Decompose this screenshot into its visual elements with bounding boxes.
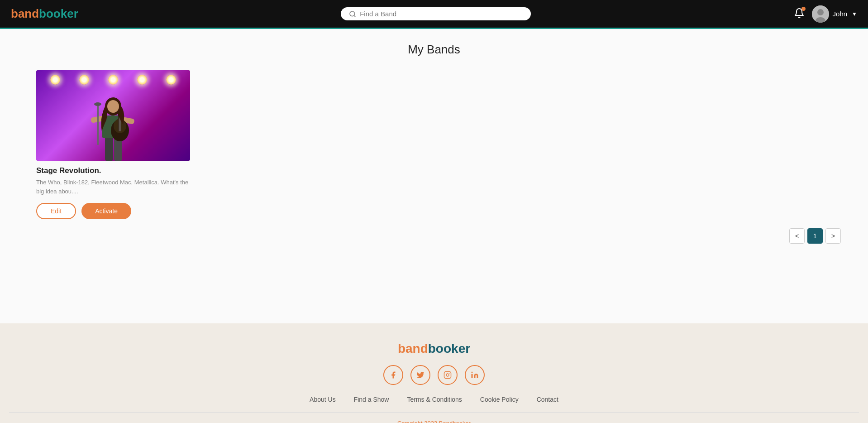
footer-links: About Us Find a Show Terms & Conditions … (9, 396, 859, 403)
svg-line-1 (354, 15, 355, 17)
svg-rect-22 (472, 374, 473, 378)
search-icon (349, 10, 356, 18)
avatar (812, 5, 829, 23)
band-image-bg (36, 70, 190, 161)
logo[interactable]: bandbooker (11, 7, 78, 21)
footer-link-about[interactable]: About Us (310, 396, 336, 403)
next-page-button[interactable]: > (825, 228, 841, 244)
nav-right: John ▼ (794, 5, 857, 23)
svg-rect-5 (105, 136, 113, 161)
page-1-button[interactable]: 1 (807, 228, 823, 244)
facebook-icon[interactable] (383, 365, 403, 385)
light-circle (166, 75, 176, 85)
edit-button[interactable]: Edit (36, 203, 76, 219)
copyright-text: Copyright 2023 (397, 420, 439, 423)
social-icons (9, 365, 859, 385)
performer-illustration (77, 82, 149, 161)
search-input[interactable] (360, 10, 523, 18)
band-card: Stage Revolution. The Who, Blink-182, Fl… (36, 70, 190, 219)
svg-rect-18 (97, 104, 99, 145)
svg-point-17 (107, 100, 119, 113)
footer-logo-booker: booker (428, 341, 470, 356)
activate-button[interactable]: Activate (81, 203, 131, 219)
prev-page-button[interactable]: < (789, 228, 805, 244)
footer: bandbooker About Us Find a Show Terms & … (0, 323, 868, 423)
navbar: bandbooker John ▼ (0, 0, 868, 29)
footer-link-find-show[interactable]: Find a Show (354, 396, 389, 403)
main-content: My Bands (0, 29, 868, 323)
notification-dot (801, 7, 806, 11)
copyright-brand: Bandbooker (439, 420, 471, 423)
logo-booker: booker (39, 7, 78, 20)
footer-divider (9, 412, 859, 413)
pagination: < 1 > (9, 219, 859, 253)
user-name: John (833, 10, 848, 18)
instagram-icon[interactable] (438, 365, 458, 385)
svg-point-3 (817, 9, 824, 15)
user-menu[interactable]: John ▼ (812, 5, 857, 23)
chevron-down-icon: ▼ (852, 11, 857, 17)
logo-band: band (11, 7, 39, 20)
linkedin-icon[interactable] (465, 365, 485, 385)
footer-copyright: Copyright 2023 Bandbooker (9, 420, 859, 423)
search-bar (341, 7, 531, 20)
band-description: The Who, Blink-182, Fleetwood Mac, Metal… (36, 178, 190, 196)
svg-rect-20 (444, 372, 451, 379)
footer-logo: bandbooker (9, 341, 859, 356)
page-title: My Bands (9, 43, 859, 57)
bands-grid: Stage Revolution. The Who, Blink-182, Fl… (9, 70, 859, 219)
svg-point-23 (472, 372, 473, 373)
footer-link-contact[interactable]: Contact (537, 396, 558, 403)
svg-point-19 (94, 102, 101, 106)
band-name: Stage Revolution. (36, 166, 190, 175)
band-image (36, 70, 190, 161)
footer-link-cookie[interactable]: Cookie Policy (480, 396, 519, 403)
band-actions: Edit Activate (36, 203, 190, 219)
light-circle (50, 75, 60, 85)
footer-logo-band: band (398, 341, 428, 356)
footer-link-terms[interactable]: Terms & Conditions (407, 396, 462, 403)
twitter-icon[interactable] (410, 365, 430, 385)
bell-icon[interactable] (794, 8, 805, 20)
